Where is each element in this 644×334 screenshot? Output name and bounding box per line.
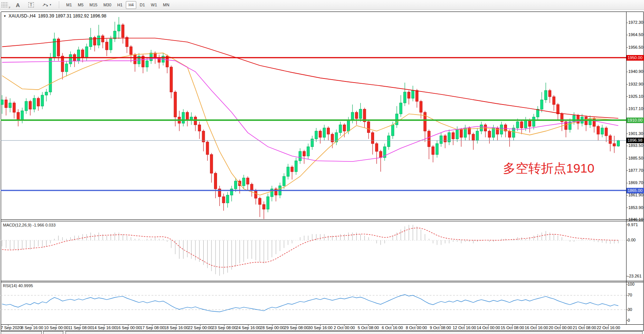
macd-axis-label: -23.261 [628,274,641,278]
time-axis-label: 23 Sep 08:00 [212,325,236,330]
rsi-axis-label: 70 [628,293,632,297]
price-axis-label: 1932.90 [628,82,643,86]
time-axis-label: 16 Sep 00:00 [116,325,140,330]
time-axis-label: 17 Sep 08:00 [140,325,164,330]
rsi-label: RSI(14) 40.9995 [3,283,33,288]
time-axis-label: 28 Sep 00:00 [260,325,284,330]
price-axis-label: 1893.50 [628,143,643,148]
bottom-tab[interactable] [1,331,42,334]
timeframe-button-m30[interactable]: M30 [101,1,114,9]
time-axis-label: 2 Oct 00:00 [334,325,355,330]
arrows-tool-button[interactable]: ↗↘ ▼ [39,1,54,9]
macd-axis-label: 0.00 [628,238,635,242]
timeframe-button-m15[interactable]: M15 [87,1,100,9]
time-axis-label: 15 Oct 08:00 [501,325,524,330]
time-axis-label: 5 Oct 08:00 [358,325,379,330]
price-axis-label: 1853.90 [628,205,643,210]
price-axis-label: 1861.90 [628,193,643,197]
toolbar-drag-handle-icon[interactable]: F [1,2,8,8]
price-badge: 1896.98 [627,138,644,143]
price-axis-label: 1940.90 [628,69,643,74]
price-axis-label: 1869.70 [628,180,643,185]
chart-title: ▼XAUUSD-,H4 1893.39 1897.31 1892.92 1896… [3,13,106,19]
rsi-axis-label: 100 [628,282,634,286]
timeframe-button-w1[interactable]: W1 [148,1,160,9]
toolbar: F A T ↗↘ ▼ M1M5M15M30H1H4D1W1MN [0,0,644,10]
price-badge: 1865.00 [627,188,644,193]
chart-area[interactable]: ▼XAUUSD-,H4 1893.39 1897.31 1892.92 1896… [0,0,644,334]
time-axis-label: 22 Sep 00:00 [188,325,212,330]
time-axis-label: 8 Sep 16:00 [21,325,43,330]
timeframe-button-mn[interactable]: MN [160,1,172,9]
time-axis-label: 16 Oct 16:00 [525,325,548,330]
arrows-icon: ↗↘ [42,3,47,7]
price-axis-label: 1901.30 [628,131,643,136]
time-axis-label: 11 Sep 08:00 [68,325,92,330]
time-axis-label: 20 Oct 00:00 [549,325,572,330]
timeframe-button-h1[interactable]: H1 [115,1,125,9]
timeframe-button-m5[interactable]: M5 [75,1,86,9]
dropdown-caret-icon: ▼ [49,4,51,6]
timeframe-button-m1[interactable]: M1 [64,1,74,9]
collapse-caret-icon[interactable]: ▼ [3,15,6,18]
time-axis-label: 21 Oct 08:00 [573,325,596,330]
rsi-axis-label: 0 [628,318,630,322]
time-axis-label: 12 Oct 16:00 [453,325,476,330]
timeframe-button-d1[interactable]: D1 [137,1,147,9]
timeframe-bar: M1M5M15M30H1H4D1W1MN [63,1,172,9]
text-label-tool-button[interactable]: A [13,1,23,9]
time-axis-label: 14 Sep 16:00 [92,325,116,330]
bottom-tab[interactable] [43,331,63,334]
time-axis-label: 10 Sep 00:00 [44,325,68,330]
price-axis-label: 1972.30 [628,20,643,25]
time-axis-label: 29 Sep 08:00 [284,325,308,330]
chart-title-text: XAUUSD-,H4 1893.39 1897.31 1892.92 1896.… [9,13,106,19]
rsi-axis-label: 30 [628,307,632,312]
time-axis-label: 18 Sep 16:00 [164,325,188,330]
time-axis-label: 7 Sep 2020 [1,325,22,330]
time-axis-label: 14 Oct 00:00 [477,325,500,330]
price-axis-label: 1917.10 [628,106,643,111]
price-axis-label: 1877.70 [628,168,643,173]
toolbar-separator [59,1,60,8]
macd-axis-label: 9.971 [628,222,638,227]
price-badge: 1950.00 [627,55,644,61]
textbox-tool-button[interactable]: T [26,1,36,9]
time-axis-label: 9 Oct 08:00 [430,325,451,330]
bottom-tab[interactable] [66,331,643,334]
time-axis-label: 24 Sep 16:00 [236,325,260,330]
toolbar-handle-label: F [9,6,10,9]
timeframe-button-h4[interactable]: H4 [126,1,136,9]
price-axis-label: 1925.10 [628,94,643,99]
price-axis-label: 1964.50 [628,32,643,37]
textbox-icon: T [28,2,34,7]
time-axis-label: 8 Oct 00:00 [406,325,427,330]
time-axis-label: 30 Sep 16:00 [308,325,332,330]
price-badge: 1910.00 [627,118,644,123]
time-axis-label: 6 Oct 16:00 [382,325,403,330]
annotation-text: 多空转折点1910 [503,160,594,177]
mt4-window: F A T ↗↘ ▼ M1M5M15M30H1H4D1W1MN ▼XAUUSD-… [0,0,644,334]
price-axis-label: 1956.50 [628,45,643,49]
price-axis-label: 1885.50 [628,156,643,160]
macd-label: MACD(12,26,9) -1.966 0.033 [3,223,55,227]
price-axis-label: 1846.10 [628,217,643,222]
time-axis-label: 22 Oct 16:00 [597,325,620,330]
